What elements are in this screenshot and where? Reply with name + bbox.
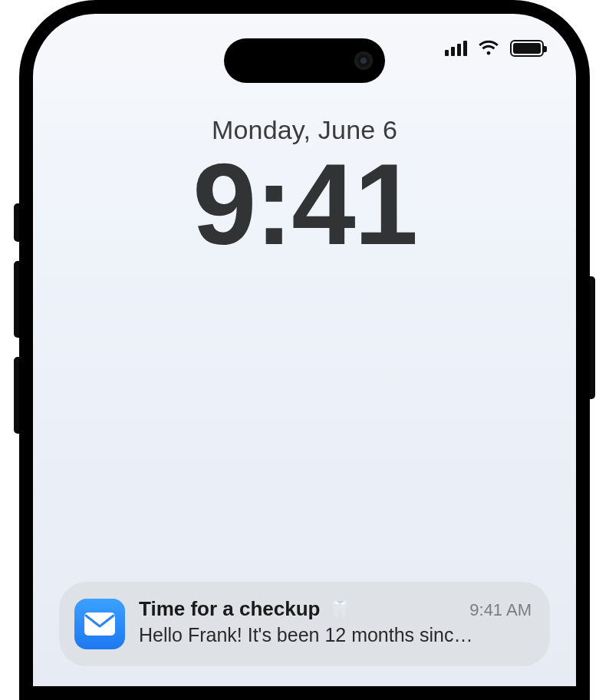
cellular-signal-icon [445, 41, 467, 56]
iphone-frame: Monday, June 6 9:41 Time for a checkup 🦷… [19, 0, 590, 700]
notification-body: Time for a checkup 🦷 9:41 AM Hello Frank… [139, 597, 532, 646]
wifi-icon [478, 40, 499, 57]
tooth-emoji-icon: 🦷 [328, 600, 351, 619]
notification-title: Time for a checkup [139, 597, 321, 621]
front-camera-icon [354, 51, 373, 70]
mail-app-icon [74, 599, 125, 649]
notification-card[interactable]: Time for a checkup 🦷 9:41 AM Hello Frank… [59, 582, 550, 666]
battery-icon [510, 40, 544, 57]
lockscreen-time: 9:41 [33, 144, 576, 266]
notification-preview: Hello Frank! It's been 12 months sinc… [139, 624, 532, 646]
notification-timestamp: 9:41 AM [469, 600, 532, 620]
status-bar [445, 40, 544, 57]
svg-rect-0 [84, 612, 115, 636]
dynamic-island[interactable] [224, 38, 385, 83]
lock-screen[interactable]: Monday, June 6 9:41 Time for a checkup 🦷… [33, 14, 576, 686]
